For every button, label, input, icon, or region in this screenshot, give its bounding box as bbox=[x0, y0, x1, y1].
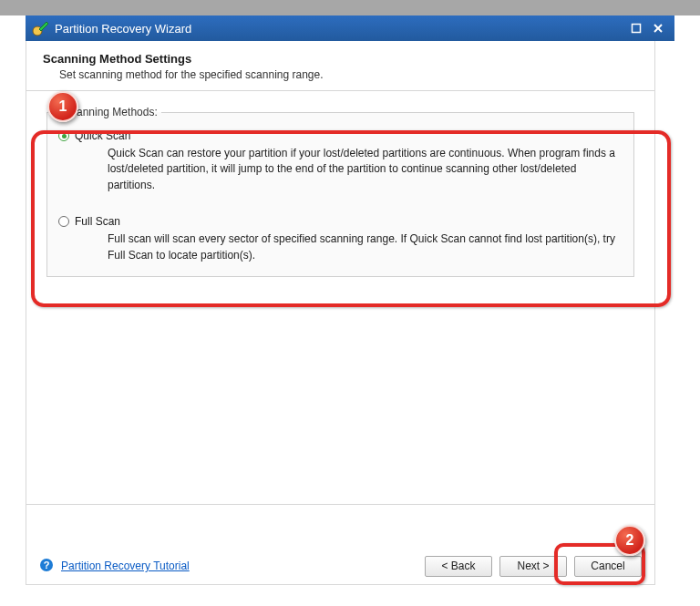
titlebar: Partition Recovery Wizard bbox=[26, 15, 674, 41]
option-full-scan: Full Scan Full scan will scan every sect… bbox=[60, 215, 621, 263]
svg-rect-1 bbox=[633, 25, 641, 33]
back-button[interactable]: < Back bbox=[425, 556, 492, 577]
page-subtitle: Set scanning method for the specified sc… bbox=[59, 68, 638, 81]
close-icon bbox=[653, 23, 664, 34]
close-button[interactable] bbox=[649, 20, 667, 36]
wizard-footer: ? Partition Recovery Tutorial < Back Nex… bbox=[26, 548, 654, 584]
background-strip bbox=[0, 0, 700, 15]
group-legend: Scanning Methods: bbox=[60, 106, 161, 118]
quick-scan-label[interactable]: Quick Scan bbox=[75, 129, 130, 142]
help-icon[interactable]: ? bbox=[39, 558, 54, 575]
app-icon bbox=[31, 19, 49, 37]
window-title: Partition Recovery Wizard bbox=[55, 22, 623, 36]
option-quick-scan: Quick Scan Quick Scan can restore your p… bbox=[60, 129, 621, 193]
quick-scan-radio[interactable] bbox=[58, 130, 69, 141]
full-scan-label[interactable]: Full Scan bbox=[75, 215, 120, 228]
wizard-content: Scanning Methods: Quick Scan Quick Scan … bbox=[26, 91, 654, 505]
cancel-button[interactable]: Cancel bbox=[574, 556, 642, 577]
page-title: Scanning Method Settings bbox=[43, 52, 638, 66]
help-link[interactable]: Partition Recovery Tutorial bbox=[61, 560, 190, 572]
wizard-header: Scanning Method Settings Set scanning me… bbox=[26, 41, 654, 91]
maximize-icon bbox=[631, 23, 642, 34]
scanning-methods-group: Scanning Methods: Quick Scan Quick Scan … bbox=[46, 106, 634, 277]
maximize-button[interactable] bbox=[627, 20, 645, 36]
wizard-body: Scanning Method Settings Set scanning me… bbox=[26, 41, 655, 585]
full-scan-radio[interactable] bbox=[58, 216, 69, 227]
quick-scan-description: Quick Scan can restore your partition if… bbox=[108, 146, 621, 193]
svg-text:?: ? bbox=[44, 560, 50, 570]
full-scan-description: Full scan will scan every sector of spec… bbox=[108, 231, 621, 263]
next-button[interactable]: Next > bbox=[499, 556, 567, 577]
